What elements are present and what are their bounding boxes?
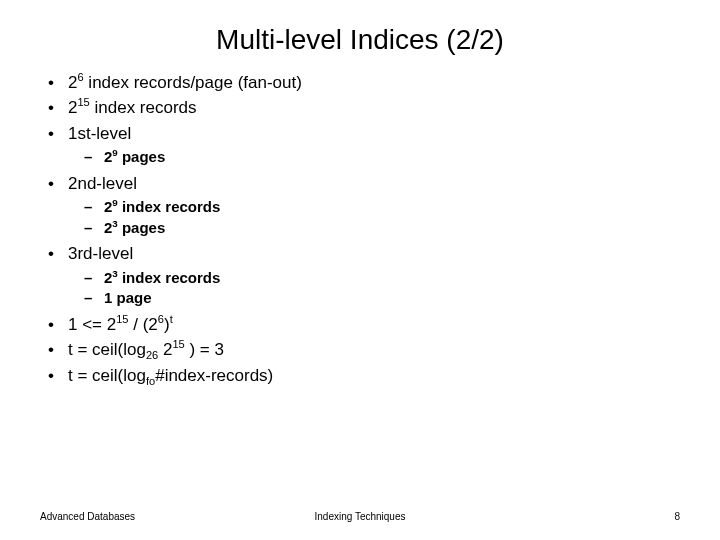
text: 1 page [104, 289, 152, 306]
exp: 15 [172, 339, 184, 351]
text: #index-records) [155, 366, 273, 385]
bullet-t-formula: t = ceil(logfo#index-records) [40, 365, 680, 386]
bullet-t-value: t = ceil(log26 215 ) = 3 [40, 339, 680, 360]
sub-list: 23 index records 1 page [68, 269, 680, 309]
exp: 15 [77, 97, 89, 109]
sub-list: 29 pages [68, 148, 680, 167]
sub-bullet: 23 index records [68, 269, 680, 288]
bullet-2nd-level: 2nd-level 29 index records 23 pages [40, 173, 680, 238]
text: t = ceil(log [68, 340, 146, 359]
exp: t [170, 313, 173, 325]
bullet-1st-level: 1st-level 29 pages [40, 123, 680, 167]
text: 3rd-level [68, 244, 133, 263]
text: index records [118, 269, 221, 286]
sub: 26 [146, 350, 158, 362]
text: pages [118, 148, 166, 165]
text: 1st-level [68, 124, 131, 143]
text: t = ceil(log [68, 366, 146, 385]
sub-bullet: 29 index records [68, 198, 680, 217]
text: pages [118, 219, 166, 236]
bullet-fanout: 26 index records/page (fan-out) [40, 72, 680, 93]
sub: fo [146, 375, 155, 387]
sub-list: 29 index records 23 pages [68, 198, 680, 238]
text: 1 <= 2 [68, 315, 116, 334]
exp: 15 [116, 313, 128, 325]
text: ) = 3 [185, 340, 224, 359]
text: 2 [158, 340, 172, 359]
text: / (2 [129, 315, 158, 334]
slide: Multi-level Indices (2/2) 26 index recor… [0, 0, 720, 540]
bullet-inequality: 1 <= 215 / (26)t [40, 314, 680, 335]
bullet-list: 26 index records/page (fan-out) 215 inde… [40, 72, 680, 386]
text: index records/page (fan-out) [84, 73, 302, 92]
text: index records [118, 198, 221, 215]
slide-content: 26 index records/page (fan-out) 215 inde… [0, 72, 720, 386]
sub-bullet: 23 pages [68, 219, 680, 238]
sub-bullet: 1 page [68, 289, 680, 308]
bullet-total-records: 215 index records [40, 97, 680, 118]
text: index records [90, 98, 197, 117]
footer-center: Indexing Techniques [0, 511, 720, 522]
footer-page-number: 8 [674, 511, 680, 522]
text: 2nd-level [68, 174, 137, 193]
sub-bullet: 29 pages [68, 148, 680, 167]
slide-title: Multi-level Indices (2/2) [0, 0, 720, 66]
bullet-3rd-level: 3rd-level 23 index records 1 page [40, 243, 680, 308]
